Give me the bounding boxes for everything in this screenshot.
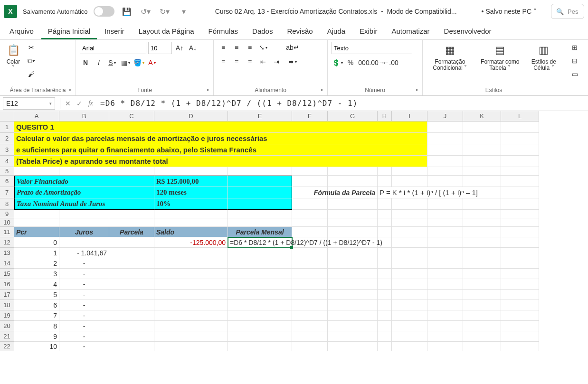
cell-L6[interactable]: [501, 176, 539, 187]
cell-A2[interactable]: Calcular o valor das parcelas mensais de…: [14, 133, 427, 144]
cell-I10[interactable]: [392, 218, 427, 227]
tab-revisao[interactable]: Revisão: [280, 23, 319, 39]
cell-F8[interactable]: [292, 198, 328, 210]
cell-C15[interactable]: [109, 269, 154, 279]
row-header-9[interactable]: 9: [0, 210, 14, 218]
cell-E18[interactable]: [228, 300, 292, 310]
number-dialog-icon[interactable]: ▸: [416, 87, 418, 92]
cell-C18[interactable]: [109, 300, 154, 310]
cell-J10[interactable]: [427, 218, 463, 227]
cell-F21[interactable]: [292, 331, 328, 342]
cell-A7[interactable]: Prazo de Amortização: [14, 187, 154, 198]
cell-K11[interactable]: [463, 227, 501, 237]
cell-L17[interactable]: [501, 290, 539, 300]
cell-J6[interactable]: [427, 176, 463, 187]
cell-D20[interactable]: [154, 321, 228, 331]
conditional-formatting-button[interactable]: ▦ Formatação Condicional ˅: [427, 42, 474, 72]
cut-icon[interactable]: ✂: [26, 42, 37, 53]
increase-decimal-icon[interactable]: .00→: [371, 57, 383, 68]
cell-E12[interactable]: =D6 * D8/12 * (1 + D8/12)^D7 / ((1 + D8/…: [228, 237, 292, 248]
align-left-icon[interactable]: ≡: [218, 56, 229, 67]
cell-L2[interactable]: [501, 133, 539, 144]
cell-H6[interactable]: [378, 176, 392, 187]
cell-I22[interactable]: [392, 342, 427, 351]
row-header-18[interactable]: 18: [0, 300, 14, 310]
cell-J9[interactable]: [427, 210, 463, 218]
cell-F17[interactable]: [292, 290, 328, 300]
cell-L20[interactable]: [501, 321, 539, 331]
cell-A17[interactable]: 5: [14, 290, 59, 300]
row-header-4[interactable]: 4: [0, 156, 14, 167]
orientation-icon[interactable]: ⤡: [257, 42, 269, 53]
cell-D5[interactable]: [154, 167, 228, 176]
underline-button[interactable]: S: [106, 57, 118, 68]
cell-L4[interactable]: [501, 156, 539, 167]
cell-B13[interactable]: - 1.041,67: [59, 248, 109, 258]
cell-F19[interactable]: [292, 310, 328, 321]
cell-D17[interactable]: [154, 290, 228, 300]
cell-A21[interactable]: 9: [14, 331, 59, 342]
cell-C21[interactable]: [109, 331, 154, 342]
column-header-I[interactable]: I: [392, 111, 427, 122]
number-format-select[interactable]: [332, 42, 412, 54]
column-header-D[interactable]: D: [154, 111, 228, 122]
cell-J11[interactable]: [427, 227, 463, 237]
tab-ajuda[interactable]: Ajuda: [321, 23, 352, 39]
cell-E14[interactable]: [228, 258, 292, 269]
align-middle-icon[interactable]: ≡: [231, 42, 242, 53]
cell-E8[interactable]: [228, 198, 292, 210]
cell-L9[interactable]: [501, 210, 539, 218]
cell-F13[interactable]: [292, 248, 328, 258]
cell-H10[interactable]: [378, 218, 392, 227]
cell-F16[interactable]: [292, 279, 328, 290]
cell-A6[interactable]: Valor Financiado: [14, 176, 154, 187]
cell-H22[interactable]: [378, 342, 392, 351]
cell-I9[interactable]: [392, 210, 427, 218]
cell-B19[interactable]: -: [59, 310, 109, 321]
cell-J2[interactable]: [427, 133, 463, 144]
cell-D7[interactable]: 120 meses: [154, 187, 228, 198]
cell-C9[interactable]: [109, 210, 154, 218]
cell-F22[interactable]: [292, 342, 328, 351]
tab-exibir[interactable]: Exibir: [353, 23, 384, 39]
cell-C20[interactable]: [109, 321, 154, 331]
cell-H20[interactable]: [378, 321, 392, 331]
cell-L11[interactable]: [501, 227, 539, 237]
cell-G7[interactable]: Fórmula da Parcela: [328, 187, 378, 198]
cell-J22[interactable]: [427, 342, 463, 351]
column-header-K[interactable]: K: [463, 111, 501, 122]
cell-J19[interactable]: [427, 310, 463, 321]
row-header-19[interactable]: 19: [0, 310, 14, 321]
cell-D15[interactable]: [154, 269, 228, 279]
cell-G13[interactable]: [328, 248, 378, 258]
undo-icon[interactable]: ↺▾: [139, 5, 152, 18]
copy-icon[interactable]: ⧉▾: [26, 55, 37, 66]
cell-K21[interactable]: [463, 331, 501, 342]
font-name-select[interactable]: [80, 42, 146, 54]
cell-D21[interactable]: [154, 331, 228, 342]
cell-J8[interactable]: [427, 198, 463, 210]
cell-K4[interactable]: [463, 156, 501, 167]
enter-formula-icon[interactable]: ✓: [74, 98, 85, 109]
cell-A19[interactable]: 7: [14, 310, 59, 321]
align-top-icon[interactable]: ≡: [218, 42, 229, 53]
cell-G21[interactable]: [328, 331, 378, 342]
cell-C11[interactable]: Parcela: [109, 227, 154, 237]
cell-I20[interactable]: [392, 321, 427, 331]
cell-H21[interactable]: [378, 331, 392, 342]
cell-A1[interactable]: QUESITO 1: [14, 122, 427, 133]
percent-icon[interactable]: %: [345, 57, 356, 68]
qat-dropdown-icon[interactable]: ▾: [177, 5, 190, 18]
cell-B14[interactable]: -: [59, 258, 109, 269]
cell-D11[interactable]: Saldo: [154, 227, 228, 237]
column-header-L[interactable]: L: [501, 111, 539, 122]
cell-E17[interactable]: [228, 290, 292, 300]
cell-styles-button[interactable]: ▥ Estilos de Célula ˅: [527, 42, 561, 72]
cell-K10[interactable]: [463, 218, 501, 227]
decrease-decimal-icon[interactable]: ←.00: [385, 57, 396, 68]
cell-I5[interactable]: [392, 167, 427, 176]
cell-D12[interactable]: -125.000,00: [154, 237, 228, 248]
row-header-15[interactable]: 15: [0, 269, 14, 279]
cell-D8[interactable]: 10%: [154, 198, 228, 210]
row-header-5[interactable]: 5: [0, 167, 14, 176]
